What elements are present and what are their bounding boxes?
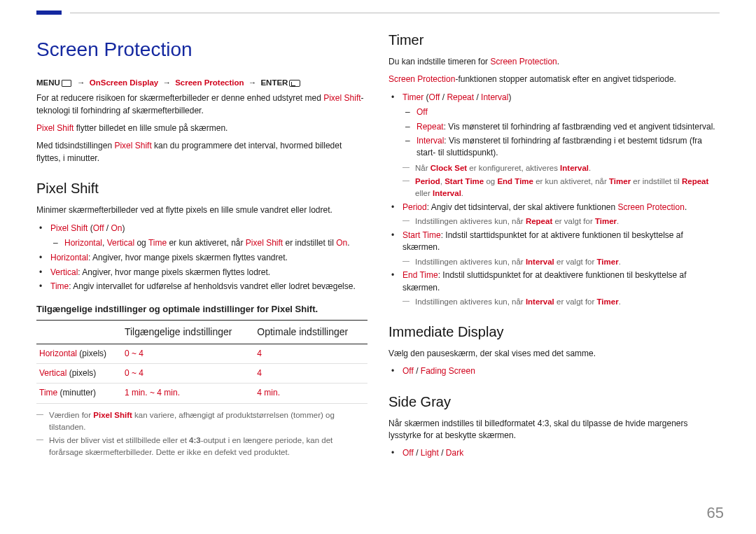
timer-endtime: End Time: Indstil sluttidspunktet for at… [401,269,720,307]
th-optimal: Optimale indstillinger [254,321,368,344]
menu-path: MENU → OnScreen Display → Screen Protect… [36,77,368,89]
intro-p2: Pixel Shift flytter billedet en lille sm… [36,122,368,134]
sidegray-p: Når skærmen indstilles til billedformate… [388,418,720,442]
timer-p2: Screen Protection-funktionen stopper aut… [388,73,720,85]
starttime-note: Indstillingen aktiveres kun, når Interva… [402,256,720,268]
timer-period: Period: Angiv det tidsinterval, der skal… [401,202,720,227]
ps-option: Pixel Shift (Off / On) Horizontal, Verti… [49,223,368,250]
sidegray-heading: Side Gray [388,392,720,412]
table-row: Horizontal (pixels) 0 ~ 4 4 [36,344,368,363]
settings-table: Tilgængelige indstillinger Optimale inds… [36,320,368,403]
endtime-note: Indstillingen aktiveres kun, når Interva… [402,296,720,308]
left-column: Screen Protection MENU → OnScreen Displa… [36,22,368,463]
enter-icon [289,80,300,87]
path-seg: Screen Protection [175,78,244,87]
table-title: Tilgængelige indstillinger og optimale i… [36,303,368,316]
path-menu: MENU [36,78,60,87]
timer-off: Off [415,106,720,118]
immediate-p: Vælg den pauseskærm, der skal vises med … [388,348,720,360]
th-available: Tilgængelige indstillinger [122,321,254,344]
arrow-icon: → [77,78,85,87]
pixel-bullets: Pixel Shift (Off / On) Horizontal, Verti… [36,223,368,293]
footnote-2: Hvis der bliver vist et stillbillede ell… [36,435,368,458]
right-column: Timer Du kan indstille timeren for Scree… [388,22,720,463]
page-body: Screen Protection MENU → OnScreen Displa… [0,15,756,463]
timer-note-clockset: Når Clock Set er konfigureret, aktiveres… [402,162,720,174]
ps-horizontal: Horizontal: Angiver, hvor mange pixels s… [49,252,368,264]
pixel-shift-heading: Pixel Shift [36,178,368,199]
top-rule [70,13,720,13]
path-enter: ENTER [260,78,288,87]
brand-mark [36,10,62,15]
timer-heading: Timer [388,30,720,50]
immediate-heading: Immediate Display [388,322,720,342]
pixel-desc: Minimer skærmefterbilleder ved at flytte… [36,204,368,216]
menu-icon [62,80,71,87]
sidegray-bullets: Off / Light / Dark [388,447,720,459]
period-note: Indstillingen aktiveres kun, når Repeat … [402,216,720,227]
immediate-bullets: Off / Fading Screen [388,365,720,377]
timer-repeat: Repeat: Vis mønsteret til forhindring af… [415,121,720,133]
timer-interval: Interval: Vis mønsteret til forhindring … [415,135,720,160]
intro-p1: For at reducere risikoen for skærmefterb… [36,92,368,117]
footnote-1: Værdien for Pixel Shift kan variere, afh… [36,409,368,433]
table-row: Time (minutter) 1 min. ~ 4 min. 4 min. [36,384,368,403]
page-number: 65 [707,502,724,524]
ps-vertical: Vertical: Angiver, hvor mange pixels skæ… [49,267,368,279]
arrow-icon: → [162,78,171,87]
timer-note-fields: Period, Start Time og End Time er kun ak… [402,176,720,199]
timer-p1: Du kan indstille timeren for Screen Prot… [388,56,720,68]
arrow-icon: → [248,78,257,87]
th-empty [36,321,122,344]
intro-p3: Med tidsindstillingen Pixel Shift kan du… [36,140,368,164]
timer-starttime: Start Time: Indstil starttidspunktet for… [401,230,720,267]
table-row: Tilgængelige indstillinger Optimale inds… [36,321,368,344]
ps-time: Time: Angiv intervallet for udførelse af… [49,281,368,293]
page-title: Screen Protection [36,36,368,64]
timer-bullets: Timer (Off / Repeat / Interval) Off Repe… [388,92,720,308]
immediate-options: Off / Fading Screen [401,365,720,377]
sidegray-options: Off / Light / Dark [401,447,720,459]
table-row: Vertical (pixels) 0 ~ 4 4 [36,364,368,384]
ps-subnote: Horizontal, Vertical og Time er kun akti… [63,237,368,249]
path-seg: OnScreen Display [90,78,158,87]
timer-mode: Timer (Off / Repeat / Interval) Off Repe… [401,92,720,199]
top-bar [0,0,756,15]
